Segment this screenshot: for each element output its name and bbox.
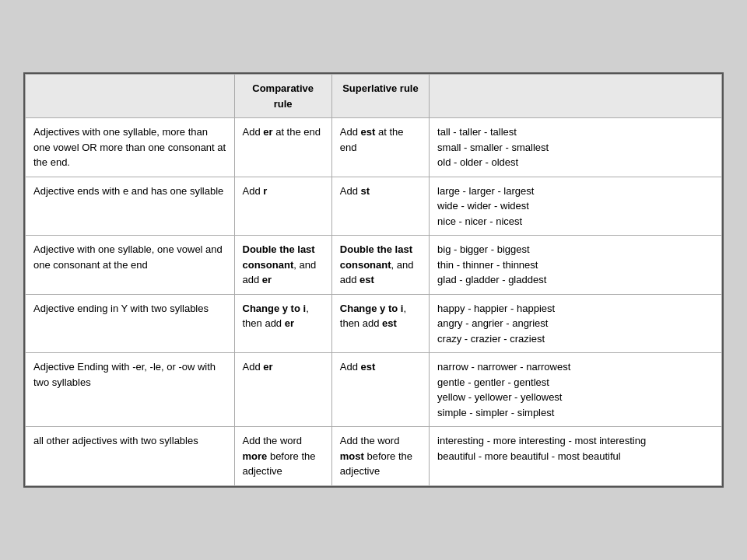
header-type <box>26 75 235 118</box>
table-row: Adjective Ending with -er, -le, or -ow w… <box>26 353 722 427</box>
sup-cell: Add est <box>331 353 429 427</box>
comp-cell: Add the word more before the adjective <box>234 427 331 486</box>
comp-cell: Add er at the end <box>234 118 331 177</box>
example-cell: tall - taller - tallestsmall - smaller -… <box>430 118 722 177</box>
adjective-table: Comparativerule Superlative rule Adjecti… <box>25 74 722 486</box>
example-cell: happy - happier - happiestangry - angrie… <box>430 294 722 353</box>
type-cell: Adjective Ending with -er, -le, or -ow w… <box>26 353 235 427</box>
comp-cell: Add r <box>234 177 331 236</box>
type-cell: Adjective with one syllable, one vowel a… <box>26 236 235 295</box>
example-cell: large - larger - largestwide - wider - w… <box>430 177 722 236</box>
sup-cell: Add est at the end <box>331 118 429 177</box>
example-cell: narrow - narrower - narrowestgentle - ge… <box>430 353 722 427</box>
grammar-table-wrapper: Comparativerule Superlative rule Adjecti… <box>23 72 724 488</box>
comp-cell: Add er <box>234 353 331 427</box>
header-comparative: Comparativerule <box>234 75 331 118</box>
sup-cell: Add st <box>331 177 429 236</box>
example-cell: interesting - more interesting - most in… <box>430 427 722 486</box>
comp-cell: Change y to i, then add er <box>234 294 331 353</box>
comp-cell: Double the last consonant, and add er <box>234 236 331 295</box>
sup-cell: Double the last consonant, and add est <box>331 236 429 295</box>
example-cell: big - bigger - biggestthin - thinner - t… <box>430 236 722 295</box>
sup-cell: Change y to i, then add est <box>331 294 429 353</box>
header-example <box>430 75 722 118</box>
table-row: all other adjectives with two syllablesA… <box>26 427 722 486</box>
header-comp-text: Comparativerule <box>252 82 314 110</box>
type-cell: Adjectives with one syllable, more than … <box>26 118 235 177</box>
sup-cell: Add the word most before the adjective <box>331 427 429 486</box>
type-cell: Adjective ends with e and has one syllab… <box>26 177 235 236</box>
table-row: Adjective with one syllable, one vowel a… <box>26 236 722 295</box>
header-sup-text: Superlative rule <box>342 82 419 94</box>
table-row: Adjective ends with e and has one syllab… <box>26 177 722 236</box>
table-row: Adjectives with one syllable, more than … <box>26 118 722 177</box>
type-cell: all other adjectives with two syllables <box>26 427 235 486</box>
table-row: Adjective ending in Y with two syllables… <box>26 294 722 353</box>
table-body: Adjectives with one syllable, more than … <box>26 118 722 486</box>
header-superlative: Superlative rule <box>331 75 429 118</box>
type-cell: Adjective ending in Y with two syllables <box>26 294 235 353</box>
header-row: Comparativerule Superlative rule <box>26 75 722 118</box>
